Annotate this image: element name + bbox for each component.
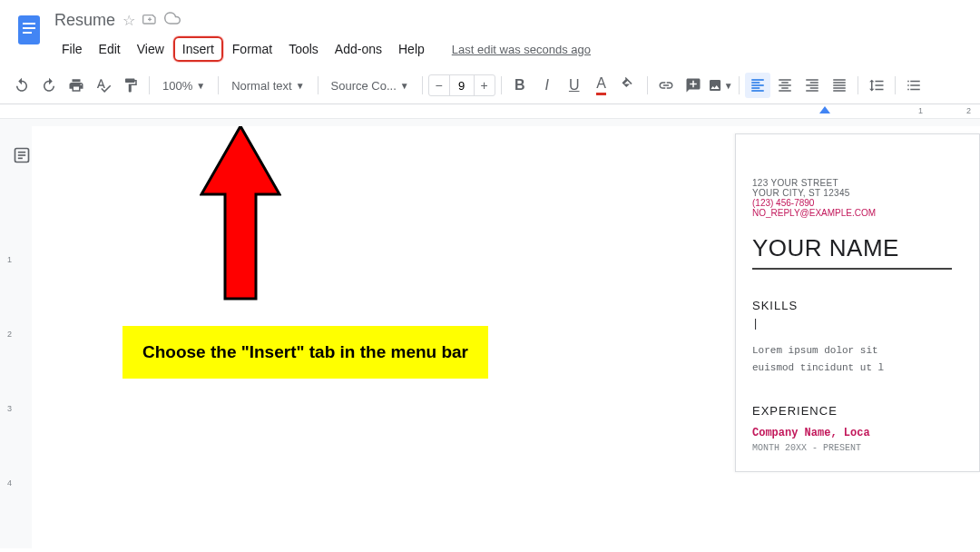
align-center-button[interactable]	[772, 73, 798, 98]
contact-phone[interactable]: (123) 456-7890	[752, 198, 979, 208]
horizontal-ruler[interactable]: 1 2	[0, 104, 980, 119]
tutorial-arrow	[200, 126, 281, 311]
insert-link-button[interactable]	[653, 73, 679, 98]
name-underline	[752, 268, 952, 270]
svg-rect-3	[23, 32, 32, 34]
contact-city[interactable]: YOUR CITY, ST 12345	[752, 188, 979, 198]
text-cursor[interactable]: |	[752, 318, 979, 330]
spellcheck-button[interactable]	[91, 73, 116, 98]
lorem-text-2[interactable]: euismod tincidunt ut l	[752, 360, 979, 376]
insert-image-button[interactable]: ▼	[708, 73, 733, 98]
undo-button[interactable]	[9, 73, 34, 98]
menu-insert[interactable]: Insert	[173, 36, 223, 62]
line-spacing-button[interactable]	[864, 73, 889, 98]
menu-bar: File Edit View Insert Format Tools Add-o…	[54, 36, 969, 62]
zoom-select[interactable]: 100%▼	[155, 74, 212, 97]
italic-button[interactable]: I	[534, 73, 560, 98]
svg-marker-9	[201, 126, 279, 299]
cloud-status-icon[interactable]	[164, 10, 181, 30]
svg-marker-4	[819, 106, 830, 113]
menu-edit[interactable]: Edit	[92, 38, 128, 60]
svg-rect-0	[18, 15, 40, 44]
font-size-increase[interactable]: +	[475, 78, 495, 93]
menu-help[interactable]: Help	[391, 38, 432, 60]
menu-format[interactable]: Format	[225, 38, 279, 60]
svg-rect-2	[23, 27, 35, 29]
contact-street[interactable]: 123 YOUR STREET	[752, 178, 979, 188]
company-name[interactable]: Company Name, Loca	[752, 427, 979, 439]
style-select[interactable]: Normal text▼	[224, 74, 311, 97]
font-size-group: − +	[428, 74, 495, 96]
experience-heading[interactable]: EXPERIENCE	[752, 404, 979, 418]
add-comment-button[interactable]	[681, 73, 706, 98]
menu-tools[interactable]: Tools	[281, 38, 326, 60]
toolbar: 100%▼ Normal text▼ Source Co...▼ − + B I…	[0, 67, 980, 104]
resume-name[interactable]: YOUR NAME	[752, 234, 979, 262]
last-edit-link[interactable]: Last edit was seconds ago	[452, 43, 591, 56]
document-title[interactable]: Resume	[54, 11, 115, 30]
font-size-decrease[interactable]: −	[429, 78, 449, 93]
ruler-mark: 2	[966, 106, 971, 115]
tutorial-callout: Choose the "Insert" tab in the menu bar	[122, 326, 488, 379]
indent-marker[interactable]	[819, 104, 830, 117]
print-button[interactable]	[64, 73, 89, 98]
text-color-button[interactable]: A	[589, 73, 614, 98]
menu-file[interactable]: File	[54, 38, 90, 60]
ruler-mark: 1	[918, 106, 923, 115]
date-range[interactable]: MONTH 20XX - PRESENT	[752, 443, 979, 453]
move-icon[interactable]	[142, 11, 157, 29]
align-left-button[interactable]	[745, 73, 770, 98]
font-size-input[interactable]	[449, 75, 475, 95]
paint-format-button[interactable]	[118, 73, 143, 98]
contact-email[interactable]: NO_REPLY@EXAMPLE.COM	[752, 208, 979, 218]
document-page[interactable]: 123 YOUR STREET YOUR CITY, ST 12345 (123…	[735, 133, 980, 472]
highlight-button[interactable]	[616, 73, 642, 98]
star-icon[interactable]: ☆	[122, 12, 135, 29]
menu-view[interactable]: View	[130, 38, 172, 60]
vertical-ruler[interactable]: 1 2 3 4	[7, 255, 12, 488]
svg-rect-1	[23, 23, 35, 25]
align-justify-button[interactable]	[827, 73, 852, 98]
align-right-button[interactable]	[799, 73, 825, 98]
skills-heading[interactable]: SKILLS	[752, 299, 979, 312]
docs-logo[interactable]	[11, 7, 47, 53]
lorem-text-1[interactable]: Lorem ipsum dolor sit	[752, 343, 979, 359]
checklist-button[interactable]	[901, 73, 926, 98]
redo-button[interactable]	[36, 73, 62, 98]
outline-toggle-icon[interactable]	[11, 146, 32, 168]
menu-addons[interactable]: Add-ons	[328, 38, 389, 60]
bold-button[interactable]: B	[507, 73, 533, 98]
font-select[interactable]: Source Co...▼	[324, 74, 416, 97]
underline-button[interactable]: U	[562, 73, 587, 98]
